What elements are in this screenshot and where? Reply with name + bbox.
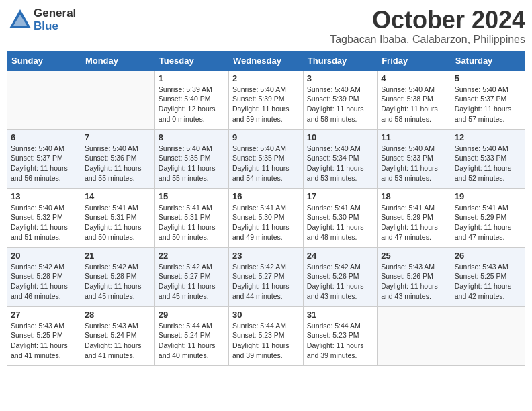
calendar-cell: 7Sunrise: 5:40 AM Sunset: 5:36 PM Daylig… (81, 129, 154, 188)
calendar-cell: 20Sunrise: 5:42 AM Sunset: 5:28 PM Dayli… (7, 247, 81, 306)
cell-day-number: 8 (159, 132, 225, 142)
weekday-header-monday: Monday (81, 51, 154, 70)
calendar-cell: 14Sunrise: 5:41 AM Sunset: 5:31 PM Dayli… (81, 188, 154, 247)
cell-day-number: 11 (381, 132, 447, 142)
cell-info-text: Sunrise: 5:43 AM Sunset: 5:26 PM Dayligh… (381, 262, 447, 302)
cell-day-number: 15 (159, 191, 225, 201)
weekday-header-saturday: Saturday (451, 51, 525, 70)
cell-day-number: 23 (232, 250, 300, 261)
cell-day-number: 29 (159, 310, 225, 320)
cell-info-text: Sunrise: 5:41 AM Sunset: 5:31 PM Dayligh… (85, 203, 151, 242)
cell-day-number: 9 (232, 132, 300, 142)
cell-info-text: Sunrise: 5:41 AM Sunset: 5:30 PM Dayligh… (232, 203, 300, 242)
cell-info-text: Sunrise: 5:40 AM Sunset: 5:39 PM Dayligh… (307, 85, 373, 124)
cell-info-text: Sunrise: 5:40 AM Sunset: 5:35 PM Dayligh… (159, 144, 225, 183)
cell-info-text: Sunrise: 5:39 AM Sunset: 5:40 PM Dayligh… (159, 85, 225, 124)
cell-info-text: Sunrise: 5:42 AM Sunset: 5:26 PM Dayligh… (307, 262, 373, 302)
calendar-cell: 31Sunrise: 5:44 AM Sunset: 5:23 PM Dayli… (303, 306, 377, 365)
calendar-cell (7, 70, 81, 129)
logo: General Blue (7, 7, 76, 34)
cell-day-number: 24 (307, 250, 373, 261)
cell-info-text: Sunrise: 5:40 AM Sunset: 5:38 PM Dayligh… (381, 85, 447, 124)
calendar-cell: 27Sunrise: 5:43 AM Sunset: 5:25 PM Dayli… (7, 306, 81, 365)
cell-info-text: Sunrise: 5:40 AM Sunset: 5:37 PM Dayligh… (455, 85, 521, 124)
cell-info-text: Sunrise: 5:44 AM Sunset: 5:24 PM Dayligh… (159, 321, 225, 361)
logo-blue-text: Blue (34, 20, 76, 33)
cell-day-number: 19 (455, 191, 521, 201)
calendar-cell (451, 306, 525, 365)
title-area: October 2024 Tagbacan Ibaba, Calabarzon,… (330, 7, 525, 46)
cell-info-text: Sunrise: 5:42 AM Sunset: 5:28 PM Dayligh… (85, 262, 151, 302)
calendar-cell: 26Sunrise: 5:43 AM Sunset: 5:25 PM Dayli… (451, 247, 525, 306)
calendar-cell: 13Sunrise: 5:40 AM Sunset: 5:32 PM Dayli… (7, 188, 81, 247)
cell-info-text: Sunrise: 5:40 AM Sunset: 5:33 PM Dayligh… (381, 144, 447, 183)
calendar-cell: 24Sunrise: 5:42 AM Sunset: 5:26 PM Dayli… (303, 247, 377, 306)
week-row-5: 27Sunrise: 5:43 AM Sunset: 5:25 PM Dayli… (7, 306, 525, 365)
cell-day-number: 3 (307, 73, 373, 83)
cell-day-number: 5 (455, 73, 521, 83)
calendar-cell: 29Sunrise: 5:44 AM Sunset: 5:24 PM Dayli… (154, 306, 228, 365)
calendar-cell: 4Sunrise: 5:40 AM Sunset: 5:38 PM Daylig… (378, 70, 451, 129)
cell-info-text: Sunrise: 5:42 AM Sunset: 5:28 PM Dayligh… (11, 262, 77, 302)
cell-info-text: Sunrise: 5:42 AM Sunset: 5:27 PM Dayligh… (159, 262, 225, 302)
cell-info-text: Sunrise: 5:44 AM Sunset: 5:23 PM Dayligh… (307, 321, 373, 361)
calendar-cell (378, 306, 451, 365)
cell-day-number: 26 (455, 250, 521, 261)
calendar-cell: 21Sunrise: 5:42 AM Sunset: 5:28 PM Dayli… (81, 247, 154, 306)
cell-day-number: 25 (381, 250, 447, 261)
weekday-header-wednesday: Wednesday (228, 51, 303, 70)
cell-info-text: Sunrise: 5:40 AM Sunset: 5:39 PM Dayligh… (232, 85, 300, 124)
calendar-cell: 12Sunrise: 5:40 AM Sunset: 5:33 PM Dayli… (451, 129, 525, 188)
logo-general-text: General (34, 7, 76, 20)
calendar-cell: 8Sunrise: 5:40 AM Sunset: 5:35 PM Daylig… (154, 129, 228, 188)
cell-day-number: 7 (85, 132, 151, 142)
calendar-cell: 30Sunrise: 5:44 AM Sunset: 5:23 PM Dayli… (228, 306, 303, 365)
calendar-cell: 1Sunrise: 5:39 AM Sunset: 5:40 PM Daylig… (154, 70, 228, 129)
calendar-cell: 22Sunrise: 5:42 AM Sunset: 5:27 PM Dayli… (154, 247, 228, 306)
weekday-header-sunday: Sunday (7, 51, 81, 70)
cell-info-text: Sunrise: 5:42 AM Sunset: 5:27 PM Dayligh… (232, 262, 300, 302)
calendar-cell (81, 70, 154, 129)
cell-day-number: 16 (232, 191, 300, 201)
calendar-cell: 2Sunrise: 5:40 AM Sunset: 5:39 PM Daylig… (228, 70, 303, 129)
calendar-cell: 17Sunrise: 5:41 AM Sunset: 5:30 PM Dayli… (303, 188, 377, 247)
week-row-1: 1Sunrise: 5:39 AM Sunset: 5:40 PM Daylig… (7, 70, 525, 129)
weekday-header-tuesday: Tuesday (154, 51, 228, 70)
cell-info-text: Sunrise: 5:40 AM Sunset: 5:34 PM Dayligh… (307, 144, 373, 183)
calendar-cell: 16Sunrise: 5:41 AM Sunset: 5:30 PM Dayli… (228, 188, 303, 247)
cell-day-number: 20 (11, 250, 77, 261)
calendar-cell: 25Sunrise: 5:43 AM Sunset: 5:26 PM Dayli… (378, 247, 451, 306)
weekday-header-friday: Friday (378, 51, 451, 70)
week-row-4: 20Sunrise: 5:42 AM Sunset: 5:28 PM Dayli… (7, 247, 525, 306)
cell-day-number: 14 (85, 191, 151, 201)
calendar-cell: 11Sunrise: 5:40 AM Sunset: 5:33 PM Dayli… (378, 129, 451, 188)
cell-info-text: Sunrise: 5:41 AM Sunset: 5:29 PM Dayligh… (455, 203, 521, 242)
cell-day-number: 17 (307, 191, 373, 201)
month-title: October 2024 (330, 7, 525, 34)
cell-day-number: 18 (381, 191, 447, 201)
cell-info-text: Sunrise: 5:40 AM Sunset: 5:35 PM Dayligh… (232, 144, 300, 183)
cell-info-text: Sunrise: 5:43 AM Sunset: 5:25 PM Dayligh… (455, 262, 521, 302)
cell-day-number: 2 (232, 73, 300, 83)
cell-day-number: 31 (307, 310, 373, 320)
cell-info-text: Sunrise: 5:41 AM Sunset: 5:29 PM Dayligh… (381, 203, 447, 242)
calendar-cell: 19Sunrise: 5:41 AM Sunset: 5:29 PM Dayli… (451, 188, 525, 247)
cell-day-number: 27 (11, 310, 77, 320)
header: General Blue October 2024 Tagbacan Ibaba… (7, 7, 525, 46)
cell-day-number: 13 (11, 191, 77, 201)
week-row-3: 13Sunrise: 5:40 AM Sunset: 5:32 PM Dayli… (7, 188, 525, 247)
cell-info-text: Sunrise: 5:40 AM Sunset: 5:33 PM Dayligh… (455, 144, 521, 183)
cell-day-number: 30 (232, 310, 300, 320)
calendar-table: SundayMondayTuesdayWednesdayThursdayFrid… (7, 51, 525, 366)
cell-day-number: 22 (159, 250, 225, 261)
calendar-cell: 5Sunrise: 5:40 AM Sunset: 5:37 PM Daylig… (451, 70, 525, 129)
cell-info-text: Sunrise: 5:40 AM Sunset: 5:32 PM Dayligh… (11, 203, 77, 242)
cell-info-text: Sunrise: 5:43 AM Sunset: 5:24 PM Dayligh… (85, 321, 151, 361)
cell-day-number: 4 (381, 73, 447, 83)
cell-info-text: Sunrise: 5:41 AM Sunset: 5:30 PM Dayligh… (307, 203, 373, 242)
cell-info-text: Sunrise: 5:40 AM Sunset: 5:37 PM Dayligh… (11, 144, 77, 183)
location-title: Tagbacan Ibaba, Calabarzon, Philippines (330, 34, 525, 46)
cell-day-number: 10 (307, 132, 373, 142)
logo-icon (7, 7, 34, 34)
cell-info-text: Sunrise: 5:40 AM Sunset: 5:36 PM Dayligh… (85, 144, 151, 183)
